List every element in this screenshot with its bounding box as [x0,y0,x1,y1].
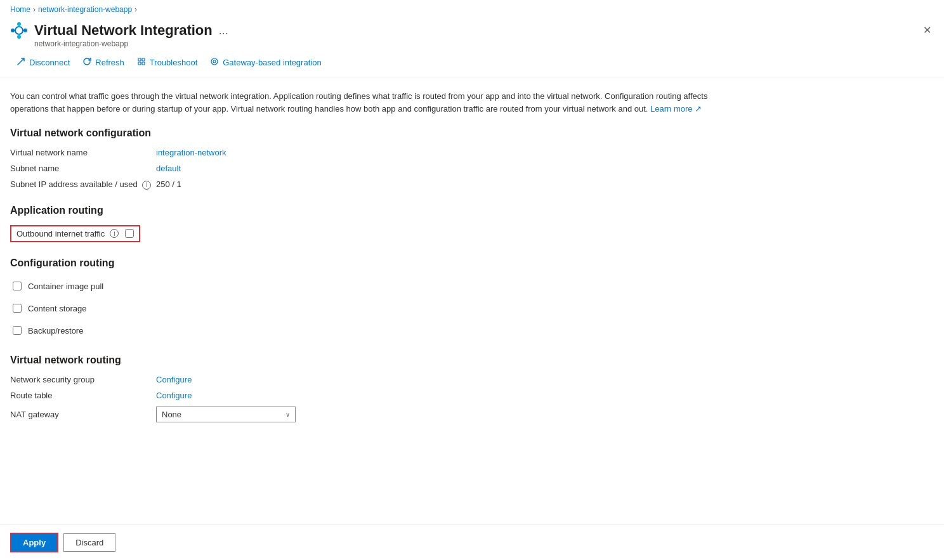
svg-point-2 [23,29,27,32]
subnet-ip-value: 250 / 1 [156,179,181,189]
nat-gateway-dropdown[interactable]: None ∨ [156,407,296,422]
vnet-name-value[interactable]: integration-network [156,148,226,157]
svg-rect-11 [138,62,141,65]
application-routing-section: Application routing Outbound internet tr… [10,205,934,242]
subnet-ip-label: Subnet IP address available / used i [10,179,156,190]
content-storage-checkbox[interactable] [13,304,22,313]
backup-restore-checkbox[interactable] [13,326,22,335]
nsg-label: Network security group [10,375,156,384]
breadcrumb: Home › network-integration-webapp › [0,0,944,19]
disconnect-label: Disconnect [29,58,70,67]
svg-rect-10 [142,58,145,61]
container-image-label: Container image pull [28,282,103,291]
svg-point-14 [213,60,216,63]
subnet-name-value[interactable]: default [156,164,181,173]
subnet-ip-row: Subnet IP address available / used i 250… [10,179,934,190]
footer: Apply Discard [0,524,944,560]
nat-gateway-chevron-icon: ∨ [285,411,290,418]
main-content: You can control what traffic goes throug… [0,77,944,524]
outbound-traffic-highlighted-row: Outbound internet traffic i [10,225,140,242]
page: Home › network-integration-webapp › [0,0,944,560]
svg-rect-12 [142,62,145,65]
refresh-button[interactable]: Refresh [76,53,131,72]
title-row: Virtual Network Integration ... [10,22,228,39]
nsg-configure-link[interactable]: Configure [156,375,192,384]
vnet-routing-section: Virtual network routing Network security… [10,355,934,422]
troubleshoot-button[interactable]: Troubleshoot [131,53,204,72]
container-image-checkbox[interactable] [13,282,22,290]
svg-point-3 [17,22,21,26]
configuration-routing-section: Configuration routing Container image pu… [10,257,934,339]
virtual-network-config-section: Virtual network configuration Virtual ne… [10,127,934,190]
subnet-ip-info-icon[interactable]: i [142,181,151,190]
subnet-name-label: Subnet name [10,164,156,173]
backup-restore-row: Backup/restore [10,322,934,339]
gateway-integration-button[interactable]: Gateway-based integration [204,53,327,72]
apply-button[interactable]: Apply [10,533,58,552]
page-subtitle: network-integration-webapp [10,39,228,48]
troubleshoot-icon [137,57,146,68]
troubleshoot-label: Troubleshoot [150,58,197,67]
vnet-name-row: Virtual network name integration-network [10,148,934,157]
nat-gateway-label: NAT gateway [10,410,156,419]
vnet-config-title: Virtual network configuration [10,127,934,139]
outbound-traffic-info-icon[interactable]: i [110,229,119,238]
disconnect-icon [16,57,25,68]
title-section: Virtual Network Integration ... network-… [10,22,228,48]
route-table-label: Route table [10,391,156,400]
outbound-traffic-label: Outbound internet traffic i [16,229,119,238]
breadcrumb-webapp[interactable]: network-integration-webapp [38,5,132,14]
breadcrumb-sep2: › [134,5,137,14]
refresh-icon [82,57,91,68]
breadcrumb-home[interactable]: Home [10,5,30,14]
svg-point-13 [211,58,218,65]
description-text: You can control what traffic goes throug… [10,90,708,115]
more-menu-button[interactable]: ... [219,24,228,37]
nsg-row: Network security group Configure [10,375,934,384]
vnet-name-label: Virtual network name [10,148,156,157]
content-storage-row: Content storage [10,300,934,317]
container-image-row: Container image pull [10,278,934,295]
config-routing-title: Configuration routing [10,257,934,269]
breadcrumb-sep1: › [33,5,36,14]
disconnect-button[interactable]: Disconnect [10,53,76,72]
svg-point-4 [17,35,21,39]
gateway-label: Gateway-based integration [223,58,321,67]
svg-point-1 [11,29,15,32]
close-button[interactable]: ✕ [921,22,934,39]
content-storage-label: Content storage [28,304,87,313]
route-table-configure-link[interactable]: Configure [156,391,192,400]
learn-more-link[interactable]: Learn more ↗ [650,104,702,114]
nat-gateway-selected: None [162,410,181,419]
route-table-row: Route table Configure [10,391,934,400]
gateway-icon [210,57,219,68]
page-title: Virtual Network Integration [34,22,213,39]
refresh-label: Refresh [95,58,124,67]
backup-restore-label: Backup/restore [28,326,83,335]
vnet-routing-title: Virtual network routing [10,355,934,366]
discard-button[interactable]: Discard [63,533,115,552]
svg-point-0 [15,27,23,34]
subnet-name-row: Subnet name default [10,164,934,173]
toolbar: Disconnect Refresh Troubleshoot Gateway-… [0,48,944,77]
svg-rect-9 [138,58,141,61]
vnet-icon [10,22,28,39]
app-routing-title: Application routing [10,205,934,216]
outbound-traffic-checkbox[interactable] [125,229,134,238]
nat-gateway-row: NAT gateway None ∨ [10,407,934,422]
header-row: Virtual Network Integration ... network-… [0,19,944,48]
